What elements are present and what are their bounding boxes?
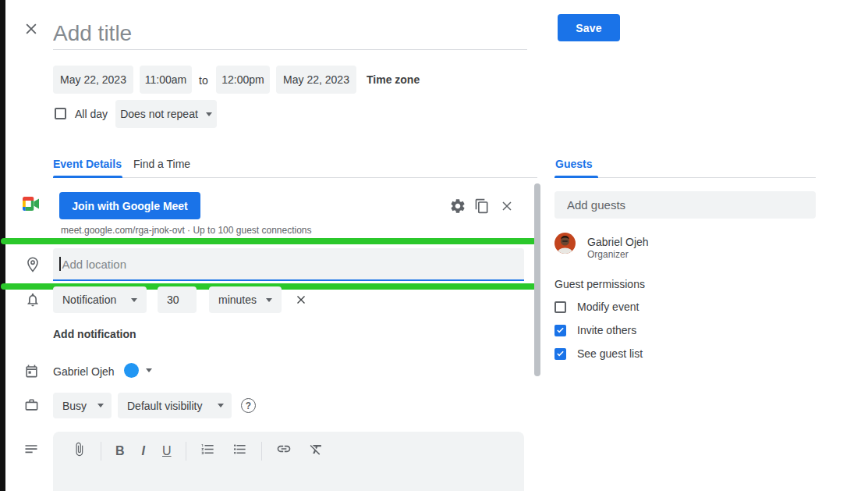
bulleted-list-icon bbox=[232, 442, 247, 457]
permission-invite-others[interactable]: Invite others bbox=[554, 324, 636, 336]
end-time-chip[interactable]: 12:00pm bbox=[216, 66, 270, 94]
check-icon bbox=[556, 349, 565, 358]
tab-event-details[interactable]: Event Details bbox=[53, 158, 122, 170]
window-edge-strip bbox=[0, 0, 5, 491]
toolbar-divider bbox=[261, 442, 262, 461]
chevron-down-icon bbox=[146, 368, 152, 372]
format-clear-icon bbox=[309, 442, 324, 457]
to-label: to bbox=[199, 74, 208, 87]
vertical-scrollbar[interactable] bbox=[534, 183, 540, 376]
notification-unit-value: minutes bbox=[218, 294, 257, 306]
chevron-down-icon bbox=[206, 112, 212, 116]
tab-rule bbox=[53, 177, 537, 178]
numbered-list-button[interactable] bbox=[197, 442, 218, 461]
end-date-chip[interactable]: May 22, 2023 bbox=[276, 66, 356, 94]
close-icon bbox=[294, 293, 308, 307]
checkbox-checked[interactable] bbox=[554, 348, 566, 360]
visibility-value: Default visibility bbox=[127, 400, 202, 412]
toolbar-divider bbox=[101, 442, 101, 461]
permission-label: Modify event bbox=[577, 301, 639, 313]
underline-button[interactable]: U bbox=[159, 443, 175, 459]
start-time-chip[interactable]: 11:00am bbox=[140, 66, 192, 94]
permission-modify-event[interactable]: Modify event bbox=[554, 301, 639, 313]
checkbox-unchecked[interactable] bbox=[554, 301, 566, 313]
add-notification-button[interactable]: Add notification bbox=[53, 328, 136, 340]
close-icon bbox=[23, 21, 39, 37]
permission-label: Invite others bbox=[577, 324, 636, 336]
timezone-button[interactable]: Time zone bbox=[367, 73, 420, 86]
location-placeholder: Add location bbox=[62, 258, 127, 271]
tab-find-a-time[interactable]: Find a Time bbox=[133, 158, 190, 170]
attach-file-button[interactable] bbox=[69, 442, 90, 461]
chevron-down-icon bbox=[218, 404, 224, 407]
visibility-dropdown[interactable]: Default visibility bbox=[118, 393, 232, 418]
formatting-toolbar: B I U bbox=[69, 441, 327, 461]
description-input[interactable]: B I U bbox=[53, 432, 524, 491]
notification-value: 30 bbox=[167, 294, 179, 306]
tab-guests[interactable]: Guests bbox=[555, 158, 592, 170]
bulleted-list-button[interactable] bbox=[229, 442, 250, 461]
all-day-checkbox[interactable] bbox=[55, 108, 66, 119]
description-icon bbox=[23, 442, 39, 457]
guest-permissions-title: Guest permissions bbox=[554, 278, 645, 290]
busy-value: Busy bbox=[62, 400, 87, 412]
location-pin-icon bbox=[24, 256, 41, 273]
insert-link-button[interactable] bbox=[273, 441, 295, 461]
notification-value-input[interactable]: 30 bbox=[158, 286, 197, 313]
checkbox-checked[interactable] bbox=[554, 325, 566, 336]
meet-settings-button[interactable] bbox=[449, 197, 466, 215]
calendar-color-dot bbox=[124, 363, 139, 378]
remove-meet-button[interactable] bbox=[499, 198, 515, 214]
add-guests-input[interactable] bbox=[554, 191, 816, 219]
start-date-chip[interactable]: May 22, 2023 bbox=[53, 66, 133, 94]
text-cursor bbox=[59, 257, 61, 271]
guests-tab-indicator bbox=[554, 176, 598, 178]
help-icon[interactable]: ? bbox=[241, 398, 256, 413]
link-icon bbox=[276, 441, 292, 457]
chevron-down-icon bbox=[266, 298, 272, 302]
highlight-line-top bbox=[1, 238, 537, 244]
join-google-meet-button[interactable]: Join with Google Meet bbox=[59, 192, 200, 219]
chevron-down-icon bbox=[97, 404, 104, 407]
calendar-color-dropdown[interactable] bbox=[124, 363, 152, 378]
calendar-owner-label: Gabriel Ojeh bbox=[53, 365, 115, 378]
save-button[interactable]: Save bbox=[558, 14, 620, 41]
paperclip-icon bbox=[72, 442, 87, 457]
notification-type-dropdown[interactable]: Notification bbox=[53, 286, 147, 313]
recurrence-value: Does not repeat bbox=[120, 108, 198, 120]
italic-button[interactable]: I bbox=[139, 443, 148, 459]
check-icon bbox=[556, 326, 565, 335]
busy-dropdown[interactable]: Busy bbox=[53, 393, 112, 418]
permission-label: See guest list bbox=[577, 347, 643, 360]
close-icon bbox=[499, 198, 515, 214]
briefcase-icon bbox=[24, 397, 39, 412]
close-button[interactable] bbox=[22, 20, 41, 39]
calendar-icon bbox=[24, 364, 39, 379]
gear-icon bbox=[449, 197, 466, 215]
remove-notification-button[interactable] bbox=[294, 293, 308, 307]
location-input[interactable]: Add location bbox=[53, 248, 524, 281]
bold-button[interactable]: B bbox=[112, 443, 128, 459]
recurrence-dropdown[interactable]: Does not repeat bbox=[115, 100, 217, 128]
google-meet-icon bbox=[23, 197, 39, 211]
toolbar-divider bbox=[186, 442, 186, 461]
numbered-list-icon bbox=[200, 442, 215, 457]
avatar bbox=[554, 233, 576, 254]
notification-type-value: Notification bbox=[62, 294, 116, 306]
clear-formatting-button[interactable] bbox=[306, 442, 327, 461]
chevron-down-icon bbox=[131, 298, 137, 302]
attendee-role: Organizer bbox=[587, 249, 629, 260]
copy-meet-link-button[interactable] bbox=[474, 198, 490, 214]
copy-icon bbox=[474, 198, 490, 214]
all-day-label: All day bbox=[75, 108, 108, 120]
tab-active-indicator bbox=[53, 176, 122, 178]
attendee-name: Gabriel Ojeh bbox=[587, 236, 649, 248]
meet-link-info: meet.google.com/rga-jnok-ovt · Up to 100… bbox=[61, 225, 312, 236]
bell-icon bbox=[25, 292, 41, 308]
notification-unit-dropdown[interactable]: minutes bbox=[209, 286, 282, 313]
title-input[interactable] bbox=[53, 17, 527, 50]
permission-see-guest-list[interactable]: See guest list bbox=[554, 347, 643, 360]
